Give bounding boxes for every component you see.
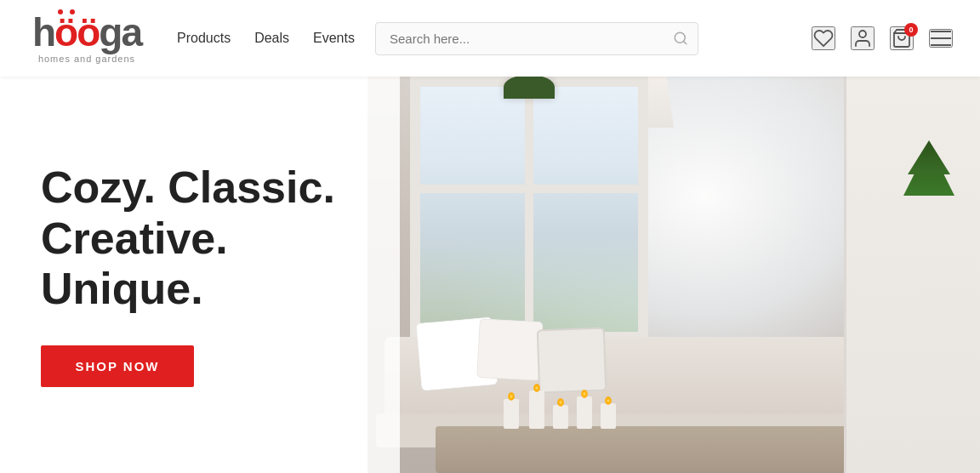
hero-tagline-line2: Creative. Unique. (41, 214, 228, 314)
candle-5 (601, 403, 616, 429)
nav-item-deals[interactable]: Deals (254, 31, 289, 46)
search-bar (375, 22, 698, 55)
pillow-2 (476, 318, 544, 381)
logo[interactable]: hööga homes and gardens (27, 13, 146, 64)
logo-wordmark: hööga (32, 13, 141, 52)
menu-button[interactable] (929, 29, 953, 48)
search-input[interactable] (375, 22, 698, 55)
header: hööga homes and gardens Products Deals E… (0, 0, 980, 77)
pillow-3 (537, 328, 607, 394)
logo-tagline: homes and gardens (38, 54, 135, 64)
nav-item-products[interactable]: Products (177, 31, 231, 46)
hero-section: Cozy. Classic. Creative. Unique. SHOP NO… (0, 77, 980, 473)
cart-count-badge: 0 (904, 23, 918, 37)
hamburger-icon (931, 31, 951, 46)
coffee-table (436, 426, 912, 473)
header-icons: 0 (812, 26, 953, 50)
tree-layer-top (908, 140, 950, 174)
cabinet-decoration (844, 77, 980, 473)
christmas-tree (895, 128, 963, 213)
hero-tagline-line1: Cozy. Classic. (41, 162, 335, 212)
wishlist-button[interactable] (812, 26, 835, 50)
shop-now-button[interactable]: SHOP NOW (41, 345, 194, 387)
user-icon (852, 28, 873, 48)
main-nav: Products Deals Events (177, 31, 355, 46)
account-button[interactable] (851, 26, 875, 50)
candle-1 (504, 399, 519, 429)
candle-2 (529, 390, 544, 429)
svg-point-2 (859, 31, 866, 37)
candle-3 (553, 405, 568, 429)
cart-button[interactable]: 0 (890, 26, 914, 50)
wreath-decoration (504, 77, 555, 99)
hero-content: Cozy. Classic. Creative. Unique. SHOP NO… (0, 77, 400, 473)
hero-image (368, 77, 980, 473)
window-decoration (410, 77, 648, 349)
heart-icon (813, 28, 834, 48)
nav-item-events[interactable]: Events (313, 31, 355, 46)
candle-4 (577, 396, 592, 429)
hero-tagline: Cozy. Classic. Creative. Unique. (41, 162, 359, 315)
